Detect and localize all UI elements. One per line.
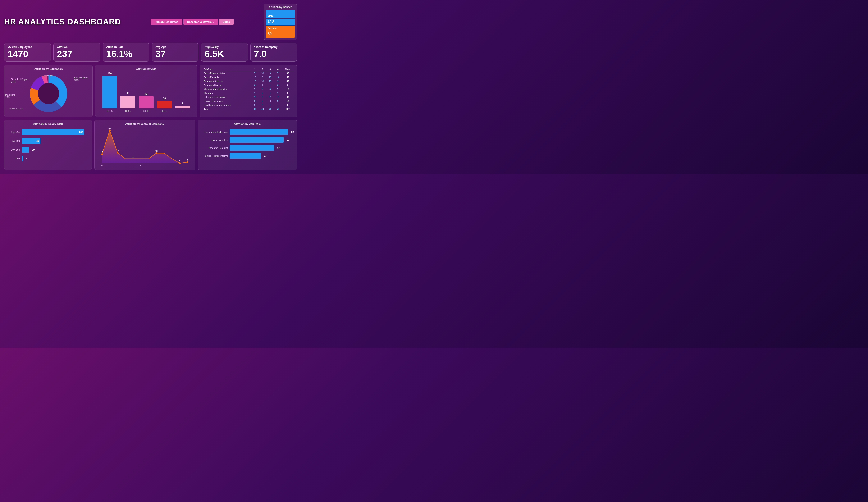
- svg-point-10: [155, 152, 157, 154]
- svg-text:2: 2: [187, 159, 188, 162]
- kpi-card-salary: Avg Salary 6.5K: [201, 43, 248, 62]
- years-line-chart: 16 59 19 18 0 2 8 0 5 10: [97, 127, 192, 167]
- age-bar-rect-4655: [157, 101, 172, 108]
- salary-bar-15k: [22, 147, 29, 153]
- education-chart-card: Attrition by Education Life Sciences38% …: [4, 65, 93, 117]
- svg-marker-6: [102, 130, 187, 163]
- th-col3: 3: [266, 67, 274, 71]
- kpi-row: Overall Employees 1470 Attrition 237 Att…: [4, 43, 297, 62]
- age-bar-55plus: 8 55+: [175, 102, 190, 112]
- jobrole-bar-chart: Laboratory Technician 62 Sales Executive…: [201, 127, 294, 160]
- age-bar-chart: 116 26-35 44 18-25 43 36-45 26 46-55 8: [98, 73, 194, 112]
- age-bar-rect-1825: [121, 96, 135, 108]
- dept-filters: Human Resources Research & Develo... Sal…: [151, 19, 234, 25]
- jobrole-bar-card: Attrition by Job Role Laboratory Technic…: [198, 120, 297, 170]
- salary-chart-card: Attrition by Salary Slab Upto 5k 163 5k-…: [4, 120, 92, 170]
- svg-text:19: 19: [116, 149, 119, 152]
- dept-btn-sales[interactable]: Sales: [219, 19, 234, 25]
- age-bar-4655: 26 46-55: [157, 97, 172, 112]
- th-total: Total: [282, 67, 294, 71]
- kpi-card-employees: Overall Employees 1470: [4, 43, 51, 62]
- svg-text:59: 59: [108, 127, 111, 130]
- salary-chart-title: Attrition by Salary Slab: [7, 122, 89, 125]
- table-totals-row: Total 66467352 237: [203, 107, 294, 111]
- age-bar-rect-2635: [102, 76, 117, 108]
- table-row: Research Director 0110 2: [203, 83, 294, 87]
- dashboard-title: HR ANALYTICS DASHBOARD: [4, 17, 121, 26]
- svg-point-5: [38, 83, 59, 104]
- svg-text:0: 0: [101, 164, 103, 167]
- kpi-label-rate: Attrition Rate: [106, 45, 146, 49]
- gender-panel: Attrition by Gender Male 143 Female 80: [264, 4, 297, 40]
- gender-male-bar: Male: [266, 10, 295, 18]
- table-row: Manager 1211 5: [203, 91, 294, 95]
- table-row: Sales Executive 1691814 57: [203, 75, 294, 79]
- salary-bar-5k: 163: [22, 129, 84, 135]
- table-row: Healthcare Representative 2214 9: [203, 103, 294, 107]
- table-row: Manufacturing Director 2242 10: [203, 87, 294, 91]
- kpi-value-rate: 16.1%: [106, 49, 146, 59]
- salary-bar-chart: Upto 5k 163 5k-10k 49 10k-15k 20 15k+: [7, 127, 89, 163]
- svg-text:18: 18: [155, 150, 158, 152]
- bottom-chart-grid: Attrition by Salary Slab Upto 5k 163 5k-…: [4, 120, 297, 170]
- jobrole-bar-ressci: Research Scientist 47: [201, 145, 294, 151]
- age-bar-rect-55plus: [175, 106, 190, 108]
- age-chart-card: Attrition by Age 116 26-35 44 18-25 43 3…: [95, 65, 197, 117]
- jobrole-bar-title: Attrition by Job Role: [201, 122, 294, 125]
- table-row: Sales Representative 71097 33: [203, 71, 294, 75]
- kpi-card-rate: Attrition Rate 16.1%: [103, 43, 149, 62]
- salary-row-15k: 10k-15k 20: [7, 147, 89, 153]
- table-row: Laboratory Technician 2082113 62: [203, 95, 294, 99]
- education-donut-svg: [28, 73, 70, 114]
- svg-text:16: 16: [101, 151, 103, 154]
- table-row: Human Resources 5232 12: [203, 99, 294, 103]
- th-col1: 1: [251, 67, 259, 71]
- kpi-label-salary: Avg Salary: [205, 45, 244, 49]
- svg-text:8: 8: [132, 155, 134, 158]
- gender-male-value: 143: [268, 19, 274, 23]
- edu-label-lifesciences: Life Sciences38%: [74, 76, 88, 81]
- gender-female-bar: Female: [266, 26, 295, 31]
- jobrole-bar-salesexec: Sales Executive 57: [201, 137, 294, 143]
- age-chart-title: Attrition by Age: [98, 67, 194, 71]
- svg-point-8: [109, 130, 111, 131]
- svg-text:5: 5: [140, 164, 142, 167]
- gender-female-label: Female: [268, 27, 293, 30]
- jobrole-bar-labtechnician: Laboratory Technician 62: [201, 129, 294, 135]
- education-chart-title: Attrition by Education: [7, 67, 90, 71]
- gender-panel-title: Attrition by Gender: [266, 6, 295, 9]
- kpi-card-years: Years at Company 7.0: [250, 43, 297, 62]
- salary-bar-15kplus: [22, 156, 23, 162]
- kpi-card-age: Avg Age 37: [152, 43, 198, 62]
- years-chart-card: Attrition by Years at Company: [94, 120, 195, 170]
- dept-btn-rd[interactable]: Research & Develo...: [184, 19, 218, 25]
- salary-row-5k: Upto 5k 163: [7, 129, 89, 135]
- salary-row-15kplus: 15k+ 5: [7, 156, 89, 162]
- svg-point-7: [101, 153, 103, 155]
- edu-label-technical: Technical Degree14%: [11, 78, 29, 83]
- kpi-label-years: Years at Company: [254, 45, 293, 49]
- age-bar-rect-3645: [139, 96, 154, 108]
- edu-label-marketing: Marketing15%: [5, 93, 15, 99]
- kpi-card-attrition: Attrition 237: [53, 43, 100, 62]
- age-bar-1825: 44 18-25: [121, 92, 135, 112]
- kpi-label-employees: Overall Employees: [8, 45, 47, 49]
- edu-label-medical: Medical 27%: [9, 107, 23, 110]
- kpi-value-years: 7.0: [254, 49, 293, 59]
- age-bar-3645: 43 36-45: [139, 92, 154, 112]
- age-bar-2635: 116 26-35: [102, 72, 117, 112]
- svg-text:0: 0: [179, 160, 180, 163]
- top-chart-grid: Attrition by Education Life Sciences38% …: [4, 65, 297, 117]
- jobrole-table-card: JobRole 1 2 3 4 Total Sales Representati…: [199, 65, 297, 117]
- years-svg: 16 59 19 18 0 2 8 0 5 10: [97, 127, 192, 167]
- th-col2: 2: [259, 67, 267, 71]
- table-row: Research Scientist 1310159 47: [203, 79, 294, 83]
- gender-male-label: Male: [268, 14, 293, 18]
- kpi-value-employees: 1470: [8, 49, 47, 59]
- kpi-value-age: 37: [155, 49, 195, 59]
- dept-btn-hr[interactable]: Human Resources: [151, 19, 182, 25]
- gender-female-value: 80: [268, 32, 272, 36]
- header: HR ANALYTICS DASHBOARD Human Resources R…: [4, 4, 297, 40]
- salary-row-10k: 5k-10k 49: [7, 138, 89, 144]
- svg-point-9: [116, 152, 118, 153]
